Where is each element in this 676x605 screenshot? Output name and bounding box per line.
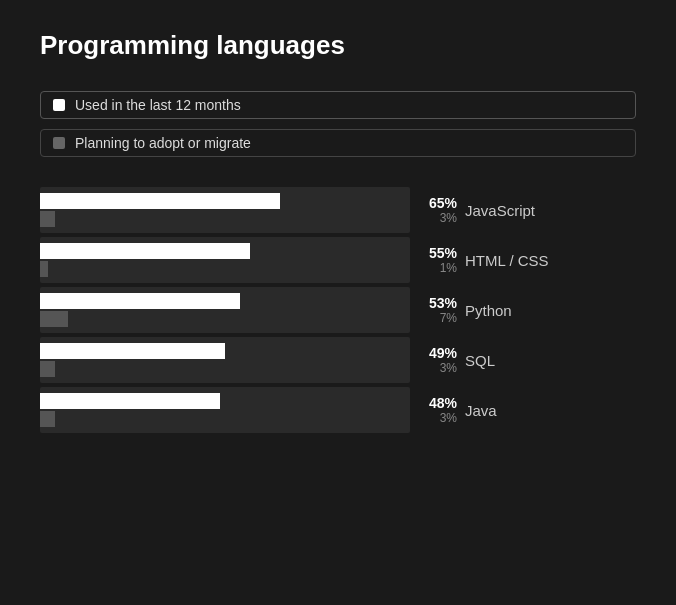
chart-row: 65% 3% JavaScript — [40, 187, 636, 233]
language-label: JavaScript — [465, 202, 535, 219]
bar-plan — [40, 361, 55, 377]
legend-plan-icon — [53, 137, 65, 149]
chart-row: 55% 1% HTML / CSS — [40, 237, 636, 283]
pct-plan: 3% — [440, 361, 457, 375]
pct-plan: 7% — [440, 311, 457, 325]
language-label: SQL — [465, 352, 495, 369]
legend-plan[interactable]: Planning to adopt or migrate — [40, 129, 636, 157]
bar-group — [40, 187, 410, 233]
bar-used — [40, 243, 250, 259]
pct-plan: 3% — [440, 411, 457, 425]
chart-row: 49% 3% SQL — [40, 337, 636, 383]
bar-plan — [40, 411, 55, 427]
pct-plan: 3% — [440, 211, 457, 225]
bar-group — [40, 287, 410, 333]
legend-used-icon — [53, 99, 65, 111]
pct-used: 53% — [429, 295, 457, 311]
language-label: HTML / CSS — [465, 252, 549, 269]
page-title: Programming languages — [40, 30, 636, 61]
bar-group — [40, 387, 410, 433]
chart-row: 53% 7% Python — [40, 287, 636, 333]
bar-used — [40, 393, 220, 409]
bar-plan — [40, 261, 48, 277]
percentage-group: 48% 3% — [410, 395, 465, 425]
bar-plan — [40, 211, 55, 227]
percentage-group: 49% 3% — [410, 345, 465, 375]
legend: Used in the last 12 months Planning to a… — [40, 91, 636, 157]
percentage-group: 55% 1% — [410, 245, 465, 275]
bar-plan — [40, 311, 68, 327]
bar-used — [40, 293, 240, 309]
chart-row: 48% 3% Java — [40, 387, 636, 433]
language-label: Python — [465, 302, 512, 319]
bar-group — [40, 237, 410, 283]
bar-used — [40, 193, 280, 209]
legend-plan-label: Planning to adopt or migrate — [75, 135, 251, 151]
pct-plan: 1% — [440, 261, 457, 275]
legend-used[interactable]: Used in the last 12 months — [40, 91, 636, 119]
bar-group — [40, 337, 410, 383]
bar-used — [40, 343, 225, 359]
legend-used-label: Used in the last 12 months — [75, 97, 241, 113]
language-label: Java — [465, 402, 497, 419]
pct-used: 49% — [429, 345, 457, 361]
pct-used: 65% — [429, 195, 457, 211]
pct-used: 48% — [429, 395, 457, 411]
pct-used: 55% — [429, 245, 457, 261]
percentage-group: 65% 3% — [410, 195, 465, 225]
percentage-group: 53% 7% — [410, 295, 465, 325]
chart: 65% 3% JavaScript 55% 1% HTML / CSS 53% … — [40, 187, 636, 437]
